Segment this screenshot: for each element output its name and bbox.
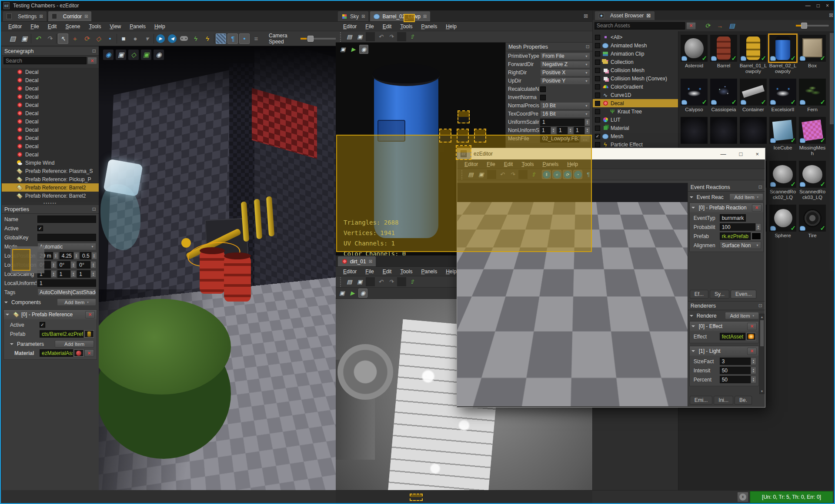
menu-item[interactable]: Edit — [379, 23, 396, 30]
float-panel-icon[interactable]: ⊡ — [92, 206, 96, 212]
viewport-icon[interactable]: ▶ — [348, 288, 357, 298]
asset-item[interactable]: ✓ Asteroid — [680, 35, 708, 74]
float-title-bar[interactable]: ez ezEditor — □ × — [457, 148, 765, 159]
viewport-icon[interactable]: ◉ — [103, 50, 114, 60]
menu-item[interactable]: Scene — [61, 23, 84, 30]
collapse-icon[interactable] — [690, 196, 693, 198]
prefab-thumbnail-button[interactable] — [84, 330, 94, 338]
toolbar-icon[interactable]: ¶ — [584, 170, 593, 179]
intensity-stepper[interactable]: 50▲▼ — [720, 367, 756, 374]
material-asset-field[interactable]: ezMaterialAsset — [40, 349, 73, 357]
menu-item[interactable]: Panels — [126, 23, 150, 30]
add-renderer-button[interactable]: Add Item▾ — [725, 312, 759, 319]
menu-item[interactable]: File — [27, 23, 43, 30]
toolbar-icon[interactable]: ↖ — [58, 33, 68, 44]
scenegraph-item[interactable]: Decal — [2, 101, 99, 109]
filter-checkbox[interactable] — [595, 93, 600, 98]
menu-item[interactable]: Edit — [500, 160, 517, 168]
close-button[interactable]: × — [755, 151, 759, 157]
normal-precision-select[interactable]: 10 Bit▼ — [540, 102, 590, 109]
pause-processing-button[interactable]: ‖ — [737, 492, 748, 502]
asset-item[interactable]: ✓ Box — [798, 35, 826, 74]
toolbar-icon[interactable] — [366, 277, 375, 286]
scenegraph-item[interactable]: Decal — [2, 109, 99, 117]
scenegraph-item[interactable]: Decal — [2, 117, 99, 126]
filter-checkbox[interactable] — [595, 101, 600, 106]
remove-parameter-button[interactable]: × — [84, 349, 94, 357]
toolbar-icon[interactable] — [487, 170, 496, 179]
toolbar-icon[interactable]: ↷ — [44, 33, 55, 44]
tab-close-icon[interactable]: ⊠ — [84, 14, 88, 19]
menu-item[interactable]: File — [361, 268, 377, 275]
float-panel-icon[interactable]: ⊡ — [758, 303, 762, 308]
toolbar-icon[interactable]: + — [70, 33, 80, 44]
toolbar-icon[interactable]: ⟳ — [81, 33, 92, 44]
asset-tree-item[interactable]: <All> — [593, 33, 678, 41]
toolbar-icon[interactable]: • — [239, 33, 250, 44]
toolbar-icon[interactable]: ϟ — [190, 33, 201, 44]
asset-toolbar-icon[interactable]: ⟳ — [703, 21, 712, 30]
toolbar-icon[interactable]: ▣ — [477, 170, 486, 179]
asset-item[interactable]: ✓ Tire — [798, 205, 826, 239]
viewport-icon[interactable]: ◉ — [359, 45, 368, 54]
toolbar-icon[interactable]: ◇ — [93, 33, 104, 44]
asset-item[interactable]: ✓ MissingMesh — [798, 117, 826, 156]
collapse-icon[interactable] — [6, 314, 9, 315]
position-z-stepper[interactable]: 0.5▲▼ — [80, 252, 97, 259]
doc-tab[interactable]: Barrel_02_Lowp ⊠ — [370, 11, 431, 21]
scenegraph-item[interactable]: Prefab Reference: Barrel2 — [2, 183, 99, 192]
toolbar-icon[interactable]: ↶ — [33, 33, 43, 44]
toolbar-icon[interactable]: ▣ — [355, 277, 364, 286]
event-type-field[interactable]: burnmark — [720, 214, 746, 222]
section-tab[interactable]: Ef... — [690, 290, 708, 298]
remove-reaction-button[interactable]: × — [752, 204, 762, 212]
scenegraph-item[interactable]: Prefab Reference: Plasma_S — [2, 167, 99, 175]
toolbar-icon[interactable]: ⟳ — [563, 170, 572, 179]
alignment-select[interactable]: Surface Non▼ — [720, 242, 761, 249]
percentage-stepper[interactable]: 50▲▼ — [720, 376, 756, 383]
remove-renderer-button[interactable]: × — [747, 323, 757, 330]
asset-item[interactable]: ✓ ScannedRock02_LQ — [769, 161, 797, 200]
globalkey-field[interactable] — [37, 234, 96, 241]
toolbar-icon[interactable] — [179, 33, 189, 44]
filter-checkbox[interactable] — [595, 68, 600, 73]
toolbar-icon[interactable] — [366, 32, 375, 41]
add-component-button[interactable]: Add Item▾ — [57, 298, 96, 306]
asset-item[interactable]: ✓ Calypso — [680, 79, 708, 113]
filter-checkbox[interactable] — [595, 109, 600, 114]
asset-tree-item[interactable]: Animation Clip — [593, 50, 678, 58]
uniform-scaling-field[interactable]: 1 — [37, 279, 96, 287]
toolbar-icon[interactable]: ↶ — [376, 32, 385, 41]
toolbar-icon[interactable]: ϟ — [202, 33, 213, 44]
asset-item[interactable]: ✓ Fern — [798, 79, 826, 113]
toolbar-icon[interactable] — [397, 277, 406, 286]
rotation-z-stepper[interactable]: 0°▲▼ — [77, 261, 96, 269]
toolbar-icon[interactable] — [214, 34, 214, 43]
slider-knob[interactable] — [307, 36, 314, 42]
recalculate-normals-checkbox[interactable] — [540, 86, 546, 92]
effect-thumbnail-button[interactable] — [746, 333, 756, 340]
size-factor-stepper[interactable]: 3▲▼ — [720, 358, 756, 365]
viewport-icon[interactable]: ▣ — [337, 288, 347, 298]
mesh-file-field[interactable]: 02_Lowpoly.FBX — [540, 135, 579, 143]
asset-item[interactable]: ✓ Barrel_02_Lowpoly — [769, 35, 797, 74]
maximize-button[interactable]: □ — [817, 3, 820, 9]
menu-item[interactable]: View — [106, 23, 125, 30]
menu-item[interactable]: Help — [150, 23, 169, 30]
toolbar-icon[interactable]: ↷ — [508, 170, 517, 179]
scenegraph-item[interactable]: Decal — [2, 68, 99, 76]
toolbar-icon[interactable]: ◔ — [573, 170, 582, 179]
tab-close-icon[interactable]: ⊠ — [369, 259, 372, 264]
menu-item[interactable]: Edit — [44, 23, 61, 30]
asset-tree-item[interactable]: ColorGradient — [593, 83, 678, 91]
toolbar-icon[interactable]: • — [105, 33, 115, 44]
panel-close-icon[interactable]: ⊠ — [584, 13, 588, 19]
asset-toolbar-icon[interactable]: ▤ — [728, 21, 736, 30]
effect-asset-field[interactable]: fectAsset — [720, 333, 745, 340]
viewport-icon[interactable]: ▶ — [349, 45, 358, 54]
menu-item[interactable]: Editor — [4, 23, 26, 30]
mode-select[interactable]: Automatic▼ — [37, 243, 96, 250]
scaling-y-stepper[interactable]: 1▲▼ — [57, 270, 77, 278]
toolbar-icon[interactable]: ↶ — [498, 170, 507, 179]
prefab-asset-field[interactable]: cts/Barrel2.ezPrefab — [40, 330, 84, 338]
